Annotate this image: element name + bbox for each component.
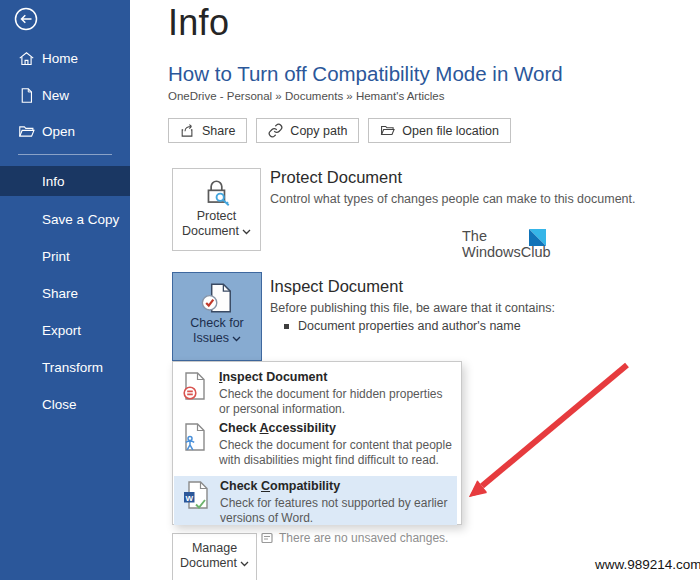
- sidebar-item-share[interactable]: Share: [0, 279, 130, 307]
- sidebar-divider: [18, 154, 112, 155]
- menu-item-check-compatibility[interactable]: W Check Compatibility Check for features…: [174, 476, 457, 525]
- windowsclub-watermark-line1: The: [462, 228, 572, 244]
- sidebar-item-transform[interactable]: Transform: [0, 353, 130, 381]
- sidebar-item-home[interactable]: Home: [0, 44, 130, 72]
- sidebar-item-save-a-copy[interactable]: Save a Copy: [0, 205, 130, 233]
- backstage-sidebar: Home New Open Info Save a Copy Print: [0, 0, 130, 580]
- page-title: Info: [168, 2, 229, 44]
- sidebar-item-label: Close: [42, 397, 77, 412]
- protect-section-description: Control what types of changes people can…: [270, 192, 636, 206]
- open-folder-icon: [18, 123, 35, 140]
- sidebar-item-new[interactable]: New: [0, 81, 130, 109]
- chevron-down-icon: [242, 224, 251, 239]
- windowsclub-logo-icon: [529, 229, 546, 246]
- manage-document-status-text: There are no unsaved changes.: [279, 531, 448, 545]
- svg-text:W: W: [185, 494, 193, 503]
- menu-item-description: Check the document for content that peop…: [219, 438, 453, 467]
- check-for-issues-button[interactable]: Check for Issues: [172, 272, 262, 361]
- inspect-bullet-text: Document properties and author's name: [298, 319, 521, 333]
- manage-document-button[interactable]: Manage Document: [172, 533, 257, 580]
- check-for-issues-dropdown-menu: Inspect Document Check the document for …: [172, 361, 462, 525]
- inspect-section-description: Before publishing this file, be aware th…: [270, 301, 555, 315]
- sidebar-item-label: Transform: [42, 360, 103, 375]
- sidebar-item-label: Save a Copy: [42, 212, 119, 227]
- chevron-down-icon: [232, 331, 241, 346]
- document-title: How to Turn off Compatibility Mode in Wo…: [168, 62, 563, 86]
- copy-path-button[interactable]: Copy path: [256, 118, 359, 143]
- check-accessibility-icon: [182, 422, 208, 452]
- sidebar-item-label: Share: [42, 286, 78, 301]
- unsaved-changes-icon: [261, 532, 273, 544]
- sidebar-item-close[interactable]: Close: [0, 390, 130, 418]
- red-annotation-arrow: [455, 352, 645, 512]
- menu-item-check-accessibility[interactable]: Check Accessibility Check the document f…: [173, 421, 461, 469]
- windowsclub-watermark: The WindowsClub: [462, 228, 572, 264]
- document-action-bar: Share Copy path Open file location: [168, 118, 511, 143]
- menu-item-title: Check Accessibility: [219, 421, 453, 436]
- sidebar-item-label: Print: [42, 249, 70, 264]
- check-for-issues-button-label: Check for Issues: [173, 316, 261, 346]
- sidebar-item-info[interactable]: Info: [0, 166, 130, 196]
- open-file-location-button-label: Open file location: [402, 124, 499, 138]
- sidebar-item-export[interactable]: Export: [0, 316, 130, 344]
- chevron-down-icon: [240, 556, 249, 571]
- inspect-document-icon: [182, 371, 208, 401]
- link-icon: [268, 123, 283, 138]
- share-button-label: Share: [202, 124, 235, 138]
- back-button[interactable]: [12, 5, 40, 33]
- menu-item-title: Inspect Document: [219, 370, 453, 385]
- protect-document-button[interactable]: Protect Document: [172, 168, 261, 251]
- windowsclub-watermark-line2: WindowsClub: [462, 244, 572, 260]
- protect-document-button-label: Protect Document: [173, 209, 260, 239]
- bullet-icon: [284, 324, 289, 329]
- inspect-section-title: Inspect Document: [270, 277, 403, 296]
- sidebar-item-print[interactable]: Print: [0, 242, 130, 270]
- website-watermark: www.989214.com: [595, 557, 700, 572]
- sidebar-item-label: New: [42, 88, 69, 103]
- share-icon: [180, 123, 195, 138]
- home-icon: [18, 50, 35, 67]
- sidebar-item-label: Open: [42, 124, 75, 139]
- new-document-icon: [18, 87, 35, 104]
- manage-document-button-label: Manage Document: [173, 541, 256, 571]
- sidebar-item-label: Export: [42, 323, 81, 338]
- menu-item-title: Check Compatibility: [220, 479, 454, 494]
- sidebar-item-open[interactable]: Open: [0, 117, 130, 145]
- open-file-location-button[interactable]: Open file location: [368, 118, 511, 143]
- word-backstage-info-screen: Home New Open Info Save a Copy Print: [0, 0, 700, 580]
- menu-item-description: Check the document for hidden properties…: [219, 387, 453, 416]
- manage-document-status: There are no unsaved changes.: [261, 531, 448, 545]
- check-issues-document-icon: [199, 280, 235, 316]
- sidebar-item-label: Home: [42, 51, 78, 66]
- protect-section-title: Protect Document: [270, 168, 402, 187]
- breadcrumb: OneDrive - Personal » Documents » Hemant…: [168, 90, 444, 102]
- menu-item-inspect-document[interactable]: Inspect Document Check the document for …: [173, 370, 461, 418]
- menu-item-description: Check for features not supported by earl…: [220, 496, 454, 525]
- check-compatibility-icon: W: [183, 480, 209, 510]
- copy-path-button-label: Copy path: [290, 124, 347, 138]
- back-arrow-icon: [12, 5, 40, 33]
- inspect-bullet-item: Document properties and author's name: [284, 319, 521, 333]
- lock-key-icon: [200, 177, 234, 209]
- share-button[interactable]: Share: [168, 118, 247, 143]
- sidebar-item-label: Info: [42, 174, 65, 189]
- folder-icon: [380, 123, 395, 138]
